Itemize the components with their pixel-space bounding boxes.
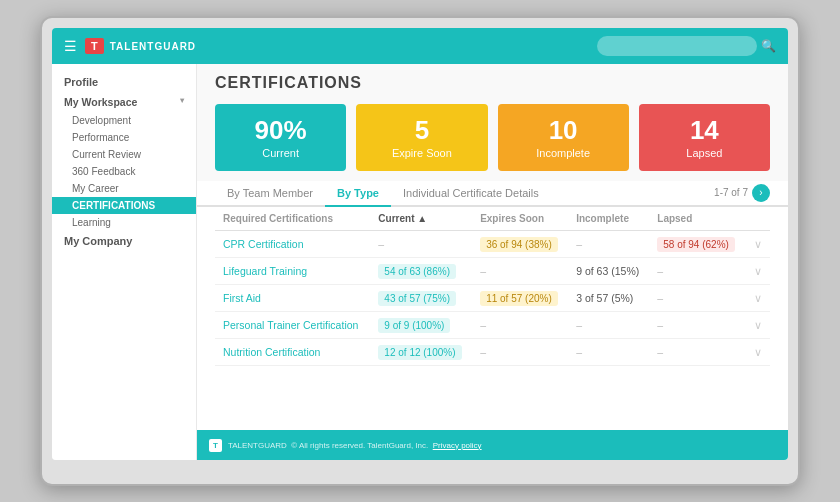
- content-area: Profile My Workspace ▾ Development Perfo…: [52, 64, 788, 460]
- lapsed-nutrition: –: [649, 338, 745, 365]
- my-workspace-label: My Workspace: [64, 96, 137, 108]
- tab-by-team-member[interactable]: By Team Member: [215, 181, 325, 207]
- tab-individual-details[interactable]: Individual Certificate Details: [391, 181, 551, 207]
- expand-personaltrainer[interactable]: ∨: [745, 311, 770, 338]
- lapsed-cpr: 58 of 94 (62%): [649, 230, 745, 257]
- screen: ☰ T TALENTGUARD 🔍 Profile My Workspace ▾…: [52, 28, 788, 460]
- stat-value-incomplete: 10: [508, 116, 619, 145]
- pagination-text: 1-7 of 7: [714, 187, 748, 198]
- table-row: Nutrition Certification 12 of 12 (100%) …: [215, 338, 770, 365]
- logo-box: T: [85, 38, 104, 54]
- expand-cpr[interactable]: ∨: [745, 230, 770, 257]
- table-row: CPR Certification – 36 of 94 (38%) – 58 …: [215, 230, 770, 257]
- expires-personaltrainer: –: [472, 311, 568, 338]
- stat-value-expire-soon: 5: [366, 116, 477, 145]
- footer-logo-text: TALENTGUARD: [228, 441, 287, 450]
- footer-privacy-link[interactable]: Privacy policy: [433, 441, 482, 450]
- incomplete-nutrition: –: [568, 338, 649, 365]
- sidebar-item-learning[interactable]: Learning: [52, 214, 196, 231]
- lapsed-lifeguard: –: [649, 257, 745, 284]
- search-icon[interactable]: 🔍: [761, 39, 776, 53]
- tab-by-type[interactable]: By Type: [325, 181, 391, 207]
- incomplete-lifeguard: 9 of 63 (15%): [568, 257, 649, 284]
- expand-nutrition[interactable]: ∨: [745, 338, 770, 365]
- incomplete-personaltrainer: –: [568, 311, 649, 338]
- pagination: 1-7 of 7 ›: [714, 184, 770, 202]
- top-bar: ☰ T TALENTGUARD 🔍: [52, 28, 788, 64]
- stat-label-incomplete: Incomplete: [508, 147, 619, 159]
- stat-card-expire-soon: 5 Expire Soon: [356, 104, 487, 171]
- current-badge-personaltrainer: 9 of 9 (100%): [378, 318, 450, 333]
- table-container: Required Certifications Current ▲ Expire…: [197, 207, 788, 430]
- stat-label-current: Current: [225, 147, 336, 159]
- table-row: First Aid 43 of 57 (75%) 11 of 57 (20%) …: [215, 284, 770, 311]
- stat-label-lapsed: Lapsed: [649, 147, 760, 159]
- certifications-table: Required Certifications Current ▲ Expire…: [215, 207, 770, 366]
- expires-cpr: 36 of 94 (38%): [472, 230, 568, 257]
- cert-name-personaltrainer[interactable]: Personal Trainer Certification: [215, 311, 370, 338]
- table-row: Lifeguard Training 54 of 63 (86%) – 9 of…: [215, 257, 770, 284]
- stat-card-current: 90% Current: [215, 104, 346, 171]
- current-badge-firstaid: 43 of 57 (75%): [378, 291, 456, 306]
- expires-lifeguard: –: [472, 257, 568, 284]
- footer-logo: T: [209, 439, 222, 452]
- expand-firstaid[interactable]: ∨: [745, 284, 770, 311]
- laptop-frame: ☰ T TALENTGUARD 🔍 Profile My Workspace ▾…: [40, 16, 800, 486]
- sidebar-item-profile[interactable]: Profile: [52, 72, 196, 92]
- col-header-current[interactable]: Current ▲: [370, 207, 472, 231]
- expires-firstaid: 11 of 57 (20%): [472, 284, 568, 311]
- stat-label-expire-soon: Expire Soon: [366, 147, 477, 159]
- current-badge-nutrition: 12 of 12 (100%): [378, 345, 461, 360]
- expand-lifeguard[interactable]: ∨: [745, 257, 770, 284]
- tabs-row: By Team Member By Type Individual Certif…: [197, 181, 788, 207]
- main-panel: CERTIFICATIONS 90% Current 5 Expire Soon…: [197, 64, 788, 460]
- col-header-lapsed: Lapsed: [649, 207, 745, 231]
- page-title-bar: CERTIFICATIONS: [197, 64, 788, 98]
- sidebar-item-development[interactable]: Development: [52, 112, 196, 129]
- search-input[interactable]: [597, 36, 757, 56]
- current-personaltrainer: 9 of 9 (100%): [370, 311, 472, 338]
- cert-name-firstaid[interactable]: First Aid: [215, 284, 370, 311]
- incomplete-firstaid: 3 of 57 (5%): [568, 284, 649, 311]
- lapsed-personaltrainer: –: [649, 311, 745, 338]
- col-header-expires-soon: Expires Soon: [472, 207, 568, 231]
- footer-copy: © All rights reserved. TalentGuard, Inc.: [291, 441, 428, 450]
- stat-value-lapsed: 14: [649, 116, 760, 145]
- current-cpr: –: [370, 230, 472, 257]
- cert-name-lifeguard[interactable]: Lifeguard Training: [215, 257, 370, 284]
- sidebar-item-360-feedback[interactable]: 360 Feedback: [52, 163, 196, 180]
- col-header-action: [745, 207, 770, 231]
- cert-name-nutrition[interactable]: Nutrition Certification: [215, 338, 370, 365]
- incomplete-cpr: –: [568, 230, 649, 257]
- current-nutrition: 12 of 12 (100%): [370, 338, 472, 365]
- chevron-icon: ▾: [180, 96, 184, 108]
- sidebar-my-workspace[interactable]: My Workspace ▾: [52, 92, 196, 112]
- current-badge-lifeguard: 54 of 63 (86%): [378, 264, 456, 279]
- stat-card-lapsed: 14 Lapsed: [639, 104, 770, 171]
- stat-card-incomplete: 10 Incomplete: [498, 104, 629, 171]
- col-header-incomplete: Incomplete: [568, 207, 649, 231]
- stat-value-current: 90%: [225, 116, 336, 145]
- table-row: Personal Trainer Certification 9 of 9 (1…: [215, 311, 770, 338]
- sidebar: Profile My Workspace ▾ Development Perfo…: [52, 64, 197, 460]
- lapsed-firstaid: –: [649, 284, 745, 311]
- sidebar-item-my-company[interactable]: My Company: [52, 231, 196, 251]
- logo-text: TALENTGUARD: [110, 41, 597, 52]
- menu-icon[interactable]: ☰: [64, 38, 77, 54]
- current-lifeguard: 54 of 63 (86%): [370, 257, 472, 284]
- sidebar-item-current-review[interactable]: Current Review: [52, 146, 196, 163]
- expires-nutrition: –: [472, 338, 568, 365]
- expires-badge-cpr: 36 of 94 (38%): [480, 237, 558, 252]
- expires-badge-firstaid: 11 of 57 (20%): [480, 291, 558, 306]
- sidebar-item-my-career[interactable]: My Career: [52, 180, 196, 197]
- sidebar-item-performance[interactable]: Performance: [52, 129, 196, 146]
- page-title: CERTIFICATIONS: [215, 74, 362, 91]
- cert-name-cpr[interactable]: CPR Certification: [215, 230, 370, 257]
- stat-cards: 90% Current 5 Expire Soon 10 Incomplete …: [197, 98, 788, 181]
- col-header-name: Required Certifications: [215, 207, 370, 231]
- sidebar-item-certifications[interactable]: CERTIFICATIONS: [52, 197, 196, 214]
- current-firstaid: 43 of 57 (75%): [370, 284, 472, 311]
- next-page-button[interactable]: ›: [752, 184, 770, 202]
- footer: T TALENTGUARD © All rights reserved. Tal…: [197, 430, 788, 460]
- lapsed-badge-cpr: 58 of 94 (62%): [657, 237, 735, 252]
